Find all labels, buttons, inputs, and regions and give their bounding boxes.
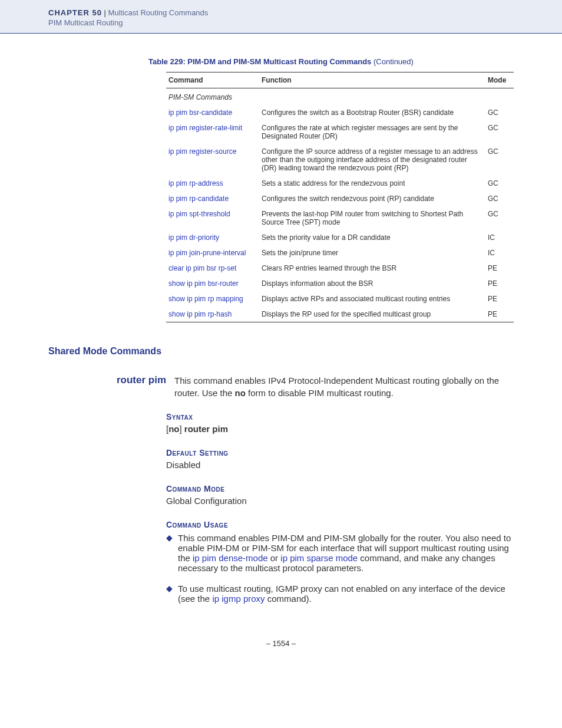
chapter-title: Multicast Routing Commands <box>108 8 209 17</box>
section-heading: Shared Mode Commands <box>48 346 514 357</box>
table-row: ip pim register-rate-limitConfigures the… <box>166 120 514 144</box>
table-caption: Table 229: PIM-DM and PIM-SM Multicast R… <box>48 57 514 66</box>
th-command: Command <box>166 73 259 88</box>
desc-part-2: form to disable PIM multicast routing. <box>246 388 394 398</box>
syntax-body: [no] router pim <box>166 423 514 435</box>
th-mode: Mode <box>485 73 514 88</box>
chapter-label: CHAPTER 50 <box>48 8 102 17</box>
command-mode-section: Command Mode Global Configuration <box>166 484 514 507</box>
command-mode-label: Command Mode <box>166 484 514 493</box>
cmd-link[interactable]: ip pim dr-priority <box>166 230 259 245</box>
caption-suffix: (Continued) <box>371 57 414 66</box>
cmd-func: Configures the switch as a Bootstrap Rou… <box>259 105 485 120</box>
cmd-mode: PE <box>485 276 514 291</box>
table-row: show ip pim rp mappingDisplays active RP… <box>166 291 514 307</box>
syntax-no: no <box>168 424 179 434</box>
syntax-close: ] <box>180 424 184 434</box>
usage-bullet-1: ◆ This command enables PIM-DM and PIM-SM… <box>166 533 514 573</box>
default-setting-label: Default Setting <box>166 448 514 457</box>
table-row: clear ip pim bsr rp-setClears RP entries… <box>166 261 514 276</box>
cmd-func: Displays active RPs and associated multi… <box>259 291 485 307</box>
syntax-cmd: router pim <box>184 424 228 434</box>
bullet-icon: ◆ <box>166 533 178 573</box>
command-block: router pim This command enables IPv4 Pro… <box>48 374 514 399</box>
cmd-link[interactable]: ip pim join-prune-interval <box>166 245 259 261</box>
command-name: router pim <box>48 374 174 399</box>
bullet-text: This command enables PIM-DM and PIM-SM g… <box>178 533 514 573</box>
command-usage-label: Command Usage <box>166 520 514 529</box>
command-description: This command enables IPv4 Protocol-Indep… <box>174 374 514 399</box>
cmd-link[interactable]: ip pim register-rate-limit <box>166 120 259 144</box>
page-header: CHAPTER 50 | Multicast Routing Commands … <box>0 0 562 34</box>
cmd-func: Prevents the last-hop PIM router from sw… <box>259 206 485 230</box>
bullet-icon: ◆ <box>166 584 178 604</box>
syntax-label: Syntax <box>166 412 514 421</box>
link-sparse-mode[interactable]: ip pim sparse mode <box>280 553 358 563</box>
cmd-func: Configures the rate at which register me… <box>259 120 485 144</box>
table-row: ip pim bsr-candidateConfigures the switc… <box>166 105 514 120</box>
header-subtitle: PIM Multicast Routing <box>48 18 562 27</box>
syntax-section: Syntax [no] router pim <box>166 412 514 435</box>
cmd-func: Displays information about the BSR <box>259 276 485 291</box>
header-line-1: CHAPTER 50 | Multicast Routing Commands <box>48 8 562 17</box>
cmd-link[interactable]: ip pim spt-threshold <box>166 206 259 230</box>
b2-part-2: command). <box>265 594 312 604</box>
table-row: ip pim dr-prioritySets the priority valu… <box>166 230 514 245</box>
cmd-link[interactable]: show ip pim rp mapping <box>166 291 259 307</box>
cmd-func: Clears RP entries learned through the BS… <box>259 261 485 276</box>
page-footer: – 1554 – <box>48 639 514 648</box>
cmd-mode: PE <box>485 307 514 322</box>
table-row: ip pim spt-thresholdPrevents the last-ho… <box>166 206 514 230</box>
table-subheader: PIM-SM Commands <box>166 88 514 106</box>
cmd-func: Sets the join/prune timer <box>259 245 485 261</box>
table-row: show ip pim bsr-routerDisplays informati… <box>166 276 514 291</box>
cmd-mode: GC <box>485 144 514 176</box>
cmd-mode: GC <box>485 120 514 144</box>
cmd-link[interactable]: ip pim rp-address <box>166 176 259 191</box>
table-row: show ip pim rp-hashDisplays the RP used … <box>166 307 514 322</box>
cmd-func: Sets a static address for the rendezvous… <box>259 176 485 191</box>
cmd-mode: GC <box>485 206 514 230</box>
cmd-mode: GC <box>485 105 514 120</box>
cmd-func: Configure the IP source address of a reg… <box>259 144 485 176</box>
cmd-link[interactable]: show ip pim bsr-router <box>166 276 259 291</box>
default-setting-section: Default Setting Disabled <box>166 448 514 471</box>
bullet-text: To use multicast routing, IGMP proxy can… <box>178 584 514 604</box>
link-igmp-proxy[interactable]: ip igmp proxy <box>212 594 265 604</box>
command-usage-section: Command Usage ◆ This command enables PIM… <box>166 520 514 604</box>
cmd-link[interactable]: ip pim bsr-candidate <box>166 105 259 120</box>
cmd-mode: GC <box>485 191 514 206</box>
cmd-mode: PE <box>485 261 514 276</box>
table-row: ip pim register-sourceConfigure the IP s… <box>166 144 514 176</box>
cmd-mode: PE <box>485 291 514 307</box>
cmd-mode: IC <box>485 230 514 245</box>
cmd-link[interactable]: ip pim register-source <box>166 144 259 176</box>
cmd-mode: IC <box>485 245 514 261</box>
cmd-link[interactable]: ip pim rp-candidate <box>166 191 259 206</box>
caption-prefix: Table 229: PIM-DM and PIM-SM Multicast R… <box>148 57 371 66</box>
commands-table: Command Function Mode PIM-SM Commands ip… <box>166 72 514 322</box>
cmd-link[interactable]: show ip pim rp-hash <box>166 307 259 322</box>
table-row: ip pim rp-candidateConfigures the switch… <box>166 191 514 206</box>
header-divider: | <box>102 8 108 17</box>
page-content: Table 229: PIM-DM and PIM-SM Multicast R… <box>0 34 562 671</box>
link-dense-mode[interactable]: ip pim dense-mode <box>193 553 268 563</box>
table-row: ip pim join-prune-intervalSets the join/… <box>166 245 514 261</box>
cmd-link[interactable]: clear ip pim bsr rp-set <box>166 261 259 276</box>
cmd-func: Configures the switch rendezvous point (… <box>259 191 485 206</box>
command-mode-body: Global Configuration <box>166 495 514 507</box>
table-row: ip pim rp-addressSets a static address f… <box>166 176 514 191</box>
cmd-mode: GC <box>485 176 514 191</box>
desc-no: no <box>235 388 246 398</box>
th-function: Function <box>259 73 485 88</box>
cmd-func: Displays the RP used for the specified m… <box>259 307 485 322</box>
b1-part-2: or <box>268 553 281 563</box>
default-setting-body: Disabled <box>166 459 514 471</box>
cmd-func: Sets the priority value for a DR candida… <box>259 230 485 245</box>
usage-bullet-2: ◆ To use multicast routing, IGMP proxy c… <box>166 584 514 604</box>
